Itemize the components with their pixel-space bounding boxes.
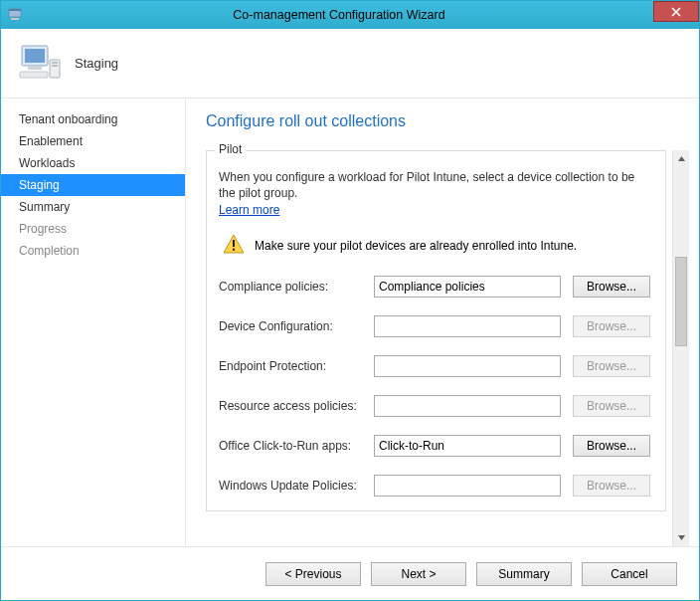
svg-rect-14 bbox=[233, 249, 235, 251]
scroll-wrap: Pilot When you configure a workload for … bbox=[206, 150, 689, 546]
browse-button[interactable]: Browse... bbox=[573, 276, 650, 298]
main-heading: Configure roll out collections bbox=[206, 112, 689, 130]
warning-row: Make sure your pilot devices are already… bbox=[223, 233, 653, 258]
row-endpoint-protection: Endpoint Protection: Browse... bbox=[219, 355, 653, 377]
warning-icon bbox=[223, 233, 245, 258]
close-button[interactable] bbox=[653, 1, 699, 22]
previous-button[interactable]: < Previous bbox=[265, 562, 361, 586]
svg-rect-9 bbox=[52, 65, 58, 67]
sidebar-item-label: Workloads bbox=[19, 156, 75, 170]
wizard-window: Co-management Configuration Wizard Stagi… bbox=[0, 0, 700, 601]
row-office-click-to-run: Office Click-to-Run apps: Browse... bbox=[219, 435, 653, 457]
browse-button: Browse... bbox=[573, 475, 650, 497]
window-title: Co-management Configuration Wizard bbox=[25, 8, 653, 22]
row-label: Windows Update Policies: bbox=[219, 479, 374, 493]
cancel-button[interactable]: Cancel bbox=[582, 562, 677, 586]
sidebar-item-label: Progress bbox=[19, 222, 67, 236]
sidebar-item-progress: Progress bbox=[1, 218, 185, 240]
pilot-description: When you configure a workload for Pilot … bbox=[219, 169, 653, 201]
sidebar: Tenant onboarding Enablement Workloads S… bbox=[1, 99, 186, 546]
svg-rect-11 bbox=[20, 72, 48, 78]
windows-update-policies-field[interactable] bbox=[374, 475, 561, 497]
scroll-track[interactable] bbox=[673, 167, 689, 529]
svg-rect-13 bbox=[233, 240, 235, 247]
endpoint-protection-field[interactable] bbox=[374, 355, 561, 377]
row-label: Office Click-to-Run apps: bbox=[219, 439, 374, 453]
sidebar-item-label: Completion bbox=[19, 244, 80, 258]
compliance-policies-field[interactable] bbox=[374, 276, 561, 298]
sidebar-item-label: Tenant onboarding bbox=[19, 112, 117, 126]
wizard-body: Tenant onboarding Enablement Workloads S… bbox=[1, 99, 699, 546]
row-windows-update-policies: Windows Update Policies: Browse... bbox=[219, 475, 653, 497]
sidebar-item-summary[interactable]: Summary bbox=[1, 196, 185, 218]
browse-button: Browse... bbox=[573, 355, 650, 377]
scroll-down-button[interactable] bbox=[673, 529, 689, 546]
warning-text: Make sure your pilot devices are already… bbox=[255, 239, 577, 253]
row-label: Resource access policies: bbox=[219, 399, 374, 413]
header-pane: Staging bbox=[1, 29, 699, 99]
sidebar-item-label: Enablement bbox=[19, 134, 83, 148]
scroll-content: Pilot When you configure a workload for … bbox=[206, 150, 672, 546]
main-panel: Configure roll out collections Pilot Whe… bbox=[186, 99, 699, 546]
browse-button: Browse... bbox=[573, 315, 650, 337]
svg-rect-8 bbox=[52, 62, 58, 64]
vertical-scrollbar[interactable] bbox=[672, 150, 689, 546]
titlebar: Co-management Configuration Wizard bbox=[1, 1, 699, 29]
sidebar-item-enablement[interactable]: Enablement bbox=[1, 130, 185, 152]
browse-button: Browse... bbox=[573, 395, 650, 417]
row-label: Compliance policies: bbox=[219, 280, 374, 294]
row-resource-access-policies: Resource access policies: Browse... bbox=[219, 395, 653, 417]
scroll-up-button[interactable] bbox=[673, 150, 689, 167]
pilot-legend: Pilot bbox=[215, 142, 246, 156]
row-compliance-policies: Compliance policies: Browse... bbox=[219, 276, 653, 298]
summary-button[interactable]: Summary bbox=[476, 562, 572, 586]
sidebar-item-label: Summary bbox=[19, 200, 70, 214]
browse-button[interactable]: Browse... bbox=[573, 435, 650, 457]
resource-access-policies-field[interactable] bbox=[374, 395, 561, 417]
app-icon bbox=[7, 6, 25, 24]
sidebar-item-workloads[interactable]: Workloads bbox=[1, 152, 185, 174]
row-label: Device Configuration: bbox=[219, 319, 374, 333]
computer-icon bbox=[19, 42, 63, 85]
svg-rect-1 bbox=[9, 9, 21, 11]
pilot-group: Pilot When you configure a workload for … bbox=[206, 150, 666, 511]
row-label: Endpoint Protection: bbox=[219, 359, 374, 373]
learn-more-link[interactable]: Learn more bbox=[219, 203, 279, 217]
svg-rect-6 bbox=[25, 49, 45, 63]
scroll-thumb[interactable] bbox=[675, 257, 687, 346]
row-device-configuration: Device Configuration: Browse... bbox=[219, 315, 653, 337]
svg-rect-10 bbox=[28, 67, 42, 70]
device-configuration-field[interactable] bbox=[374, 315, 561, 337]
next-button[interactable]: Next > bbox=[371, 562, 466, 586]
sidebar-item-tenant-onboarding[interactable]: Tenant onboarding bbox=[1, 108, 185, 130]
svg-marker-15 bbox=[678, 156, 685, 161]
sidebar-item-staging[interactable]: Staging bbox=[1, 174, 185, 196]
sidebar-item-completion: Completion bbox=[1, 240, 185, 262]
footer: < Previous Next > Summary Cancel bbox=[1, 546, 699, 600]
svg-rect-2 bbox=[11, 18, 19, 20]
svg-marker-16 bbox=[678, 535, 685, 540]
sidebar-item-label: Staging bbox=[19, 178, 60, 192]
page-title: Staging bbox=[75, 56, 118, 71]
office-click-to-run-field[interactable] bbox=[374, 435, 561, 457]
